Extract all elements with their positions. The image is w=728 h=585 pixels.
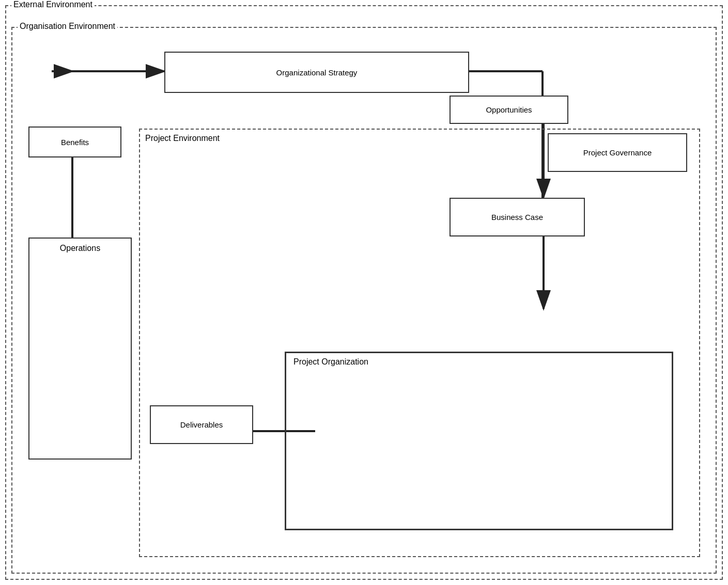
operations-label: Operations	[60, 244, 100, 253]
operations-box: Operations	[28, 238, 132, 460]
external-env-label: External Environment	[11, 0, 95, 9]
business-case-box: Business Case	[450, 198, 585, 236]
organizational-strategy-box: Organizational Strategy	[164, 52, 469, 93]
project-governance-label: Project Governance	[583, 148, 652, 157]
opportunities-label: Opportunities	[486, 105, 532, 114]
diagram-container: External Environment Organisation Enviro…	[0, 0, 728, 585]
project-governance-box: Project Governance	[548, 133, 687, 172]
project-environment-border: Project Environment Project Organization…	[139, 129, 700, 557]
benefits-box: Benefits	[28, 127, 121, 157]
deliverables-box: Deliverables	[150, 405, 253, 444]
org-strategy-label: Organizational Strategy	[276, 68, 358, 77]
project-env-label: Project Environment	[145, 134, 220, 143]
deliverables-label: Deliverables	[180, 420, 223, 429]
opportunities-box: Opportunities	[450, 96, 568, 124]
business-case-label: Business Case	[491, 213, 543, 222]
org-env-label: Organisation Environment	[18, 22, 117, 31]
benefits-label: Benefits	[61, 138, 89, 147]
project-organization-border: Project Organization Project Project Man…	[285, 352, 673, 530]
project-org-label: Project Organization	[293, 357, 368, 367]
